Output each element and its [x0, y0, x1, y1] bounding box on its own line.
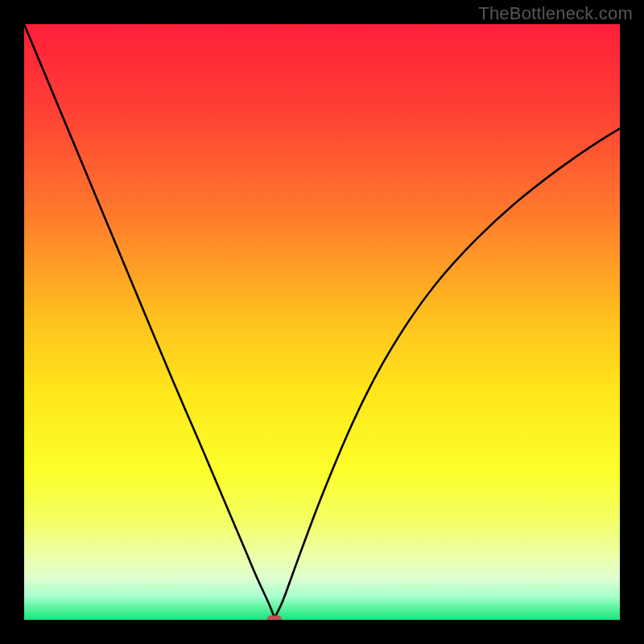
- min-point-marker: [267, 616, 282, 621]
- watermark-text: TheBottleneck.com: [478, 3, 633, 24]
- bottleneck-chart: [24, 24, 620, 620]
- gradient-background: [24, 24, 620, 620]
